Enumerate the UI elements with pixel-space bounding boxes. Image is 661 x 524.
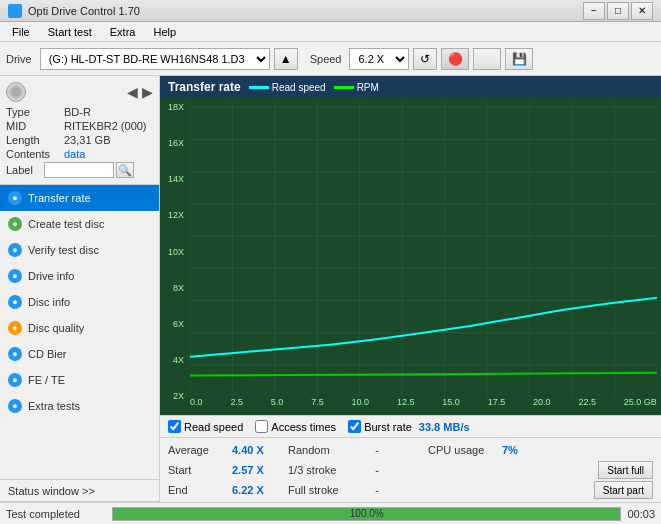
x-tick-2-5: 2.5 <box>230 397 243 411</box>
read-speed-legend-color <box>249 86 269 89</box>
minimize-button[interactable]: − <box>583 2 605 20</box>
x-tick-12-5: 12.5 <box>397 397 415 411</box>
nav-drive-info[interactable]: ● Drive info <box>0 263 159 289</box>
toolbar-btn1[interactable]: 🔴 <box>441 48 469 70</box>
menu-help[interactable]: Help <box>145 24 184 40</box>
y-tick-4x: 4X <box>160 355 184 365</box>
read-speed-checkbox-label: Read speed <box>184 421 243 433</box>
cpu-usage-value: 7% <box>502 444 518 456</box>
access-times-checkbox-item: Access times <box>255 420 336 433</box>
start-part-button[interactable]: Start part <box>594 481 653 499</box>
nav-extra-tests-label: Extra tests <box>28 400 80 412</box>
access-times-checkbox[interactable] <box>255 420 268 433</box>
rpm-legend-label: RPM <box>357 82 379 93</box>
speed-label: Speed <box>310 53 342 65</box>
x-tick-20: 20.0 <box>533 397 551 411</box>
progress-wrapper: 100.0% <box>112 507 621 521</box>
status-bottom: Status window >> <box>0 479 159 502</box>
drive-label: Drive <box>6 53 32 65</box>
read-speed-checkbox[interactable] <box>168 420 181 433</box>
nav-cd-bier[interactable]: ● CD Bier <box>0 341 159 367</box>
cd-bier-icon: ● <box>8 347 22 361</box>
nav-extra-tests[interactable]: ● Extra tests <box>0 393 159 419</box>
disc-info-icon: ● <box>8 295 22 309</box>
disc-icon <box>6 82 26 102</box>
random-value: - <box>362 444 392 456</box>
x-tick-7-5: 7.5 <box>311 397 324 411</box>
verify-test-icon: ● <box>8 243 22 257</box>
label-icon-button[interactable]: 🔍 <box>116 162 134 178</box>
chart-controls: Read speed Access times Burst rate 33.8 … <box>160 415 661 437</box>
stats-row-start: Start 2.57 X 1/3 stroke - Start full <box>168 460 653 480</box>
x-tick-15: 15.0 <box>442 397 460 411</box>
nav-transfer-rate-label: Transfer rate <box>28 192 91 204</box>
x-tick-5: 5.0 <box>271 397 284 411</box>
disc-panel: ◀ ▶ Type BD-R MID RITEKBR2 (000) Length … <box>0 76 159 185</box>
app-icon <box>8 4 22 18</box>
label-key: Label <box>6 164 44 176</box>
label-input[interactable] <box>44 162 114 178</box>
nav-disc-quality[interactable]: ● Disc quality <box>0 315 159 341</box>
length-value: 23,31 GB <box>64 134 110 146</box>
nav-create-test-label: Create test disc <box>28 218 104 230</box>
menu-file[interactable]: File <box>4 24 38 40</box>
nav-disc-info[interactable]: ● Disc info <box>0 289 159 315</box>
toolbar-btn2[interactable] <box>473 48 501 70</box>
start-label: Start <box>168 464 228 476</box>
burst-rate-checkbox-label: Burst rate <box>364 421 412 433</box>
y-tick-16x: 16X <box>160 138 184 148</box>
speed-refresh-button[interactable]: ↺ <box>413 48 437 70</box>
end-label: End <box>168 484 228 496</box>
x-tick-10: 10.0 <box>352 397 370 411</box>
nav-fe-te-label: FE / TE <box>28 374 65 386</box>
status-text: Test completed <box>6 508 106 520</box>
sidebar: ◀ ▶ Type BD-R MID RITEKBR2 (000) Length … <box>0 76 160 502</box>
burst-rate-checkbox[interactable] <box>348 420 361 433</box>
rpm-legend: RPM <box>334 82 379 93</box>
y-tick-14x: 14X <box>160 174 184 184</box>
menu-start-test[interactable]: Start test <box>40 24 100 40</box>
menu-extra[interactable]: Extra <box>102 24 144 40</box>
y-tick-6x: 6X <box>160 319 184 329</box>
contents-value[interactable]: data <box>64 148 85 160</box>
average-label: Average <box>168 444 228 456</box>
fe-te-icon: ● <box>8 373 22 387</box>
content-area: Transfer rate Read speed RPM 2X 4X 6X 8X… <box>160 76 661 502</box>
one-third-stroke-value: - <box>362 464 392 476</box>
mid-value: RITEKBR2 (000) <box>64 120 147 132</box>
eject-button[interactable]: ▲ <box>274 48 298 70</box>
drive-select[interactable]: (G:) HL-DT-ST BD-RE WH16NS48 1.D3 <box>40 48 270 70</box>
contents-label: Contents <box>6 148 64 160</box>
title-bar: Opti Drive Control 1.70 − □ ✕ <box>0 0 661 22</box>
nav-fe-te[interactable]: ● FE / TE <box>0 367 159 393</box>
x-tick-0: 0.0 <box>190 397 203 411</box>
status-time: 00:03 <box>627 508 655 520</box>
menu-bar: File Start test Extra Help <box>0 22 661 42</box>
x-tick-25: 25.0 GB <box>624 397 657 411</box>
status-window-button[interactable]: Status window >> <box>0 480 159 502</box>
random-label: Random <box>288 444 358 456</box>
disc-nav-arrows[interactable]: ◀ ▶ <box>127 84 153 100</box>
cpu-usage-label: CPU usage <box>428 444 498 456</box>
speed-select[interactable]: 6.2 X <box>349 48 409 70</box>
average-value: 4.40 X <box>232 444 282 456</box>
toolbar-btn3[interactable]: 💾 <box>505 48 533 70</box>
maximize-button[interactable]: □ <box>607 2 629 20</box>
x-tick-17-5: 17.5 <box>488 397 506 411</box>
type-value: BD-R <box>64 106 91 118</box>
stats-area: Average 4.40 X Random - CPU usage 7% Sta… <box>160 437 661 502</box>
stats-row-average: Average 4.40 X Random - CPU usage 7% <box>168 440 653 460</box>
x-tick-22-5: 22.5 <box>578 397 596 411</box>
one-third-stroke-label: 1/3 stroke <box>288 464 358 476</box>
start-full-button[interactable]: Start full <box>598 461 653 479</box>
y-tick-2x: 2X <box>160 391 184 401</box>
close-button[interactable]: ✕ <box>631 2 653 20</box>
svg-rect-0 <box>190 102 657 397</box>
type-label: Type <box>6 106 64 118</box>
main-area: ◀ ▶ Type BD-R MID RITEKBR2 (000) Length … <box>0 76 661 502</box>
nav-transfer-rate[interactable]: ● Transfer rate <box>0 185 159 211</box>
nav-menu: ● Transfer rate ● Create test disc ● Ver… <box>0 185 159 479</box>
chart-header: Transfer rate Read speed RPM <box>160 76 661 98</box>
nav-create-test-disc[interactable]: ● Create test disc <box>0 211 159 237</box>
nav-verify-test-disc[interactable]: ● Verify test disc <box>0 237 159 263</box>
